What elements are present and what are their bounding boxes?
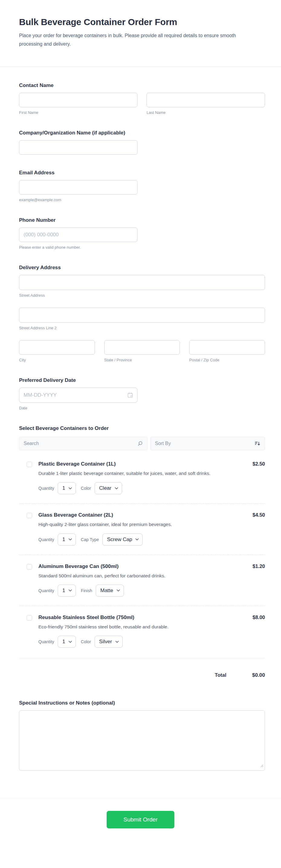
chevron-down-icon: [117, 589, 120, 592]
email-input[interactable]: [19, 180, 137, 194]
product-name: Glass Beverage Container (2L): [38, 512, 247, 518]
chevron-down-icon: [69, 538, 72, 540]
phone-input[interactable]: [19, 227, 137, 242]
product-item: Reusable Stainless Steel Bottle (750ml) …: [19, 606, 265, 657]
products-label: Select Beverage Containers to Order: [19, 425, 265, 431]
product-price: $1.20: [253, 563, 265, 569]
product-description: Durable 1-liter plastic beverage contain…: [38, 470, 212, 477]
state-input[interactable]: [104, 340, 180, 355]
state-sublabel: State / Province: [104, 358, 180, 362]
quantity-select[interactable]: 1: [58, 585, 75, 597]
chevron-down-icon: [69, 641, 72, 643]
contact-name-label: Contact Name: [19, 83, 265, 89]
zip-sublabel: Postal / Zip Code: [189, 358, 265, 362]
product-price: $2.50: [253, 461, 265, 467]
quantity-select[interactable]: 1: [58, 533, 75, 546]
product-name: Plastic Beverage Container (1L): [38, 461, 247, 467]
city-sublabel: City: [19, 358, 95, 362]
form-footer: Submit Order: [0, 798, 281, 843]
section-phone: Phone Number Please enter a valid phone …: [19, 217, 265, 250]
chevron-down-icon: [116, 641, 119, 643]
product-checkbox[interactable]: [27, 564, 32, 569]
product-description: Eco-friendly 750ml stainless steel bottl…: [38, 623, 212, 630]
zip-input[interactable]: [189, 340, 265, 355]
quantity-value: 1: [62, 536, 65, 542]
notes-textarea[interactable]: [19, 710, 265, 771]
delivery-address-label: Delivery Address: [19, 265, 265, 271]
quantity-label: Quantity: [38, 486, 54, 491]
product-name: Aluminum Beverage Can (500ml): [38, 563, 247, 569]
total-divider: [19, 658, 265, 658]
street-address2-sublabel: Street Address Line 2: [19, 326, 265, 330]
quantity-select[interactable]: 1: [58, 482, 75, 494]
first-name-input[interactable]: [19, 93, 137, 107]
email-label: Email Address: [19, 170, 265, 176]
street-address2-input[interactable]: [19, 308, 265, 323]
product-name: Reusable Stainless Steel Bottle (750ml): [38, 615, 247, 621]
product-checkbox[interactable]: [27, 513, 32, 518]
submit-order-button[interactable]: Submit Order: [107, 811, 174, 829]
product-checkbox[interactable]: [27, 615, 32, 621]
option-label: Cap Type: [81, 537, 99, 542]
product-item: Plastic Beverage Container (1L) $2.50 Du…: [19, 453, 265, 503]
option-label: Color: [81, 486, 91, 491]
delivery-date-label: Preferred Delivery Date: [19, 377, 265, 383]
form-header: Bulk Beverage Container Order Form Place…: [0, 0, 281, 67]
option-select[interactable]: Clear: [95, 482, 122, 494]
product-description: High-quality 2-liter glass container, id…: [38, 521, 212, 528]
search-icon: [137, 441, 143, 446]
product-list: Plastic Beverage Container (1L) $2.50 Du…: [19, 453, 265, 657]
first-name-sublabel: First Name: [19, 110, 137, 115]
company-input[interactable]: [19, 140, 137, 155]
product-item: Aluminum Beverage Can (500ml) $1.20 Stan…: [19, 555, 265, 606]
phone-sublabel: Please enter a valid phone number.: [19, 245, 137, 250]
form-body: Contact Name First Name Last Name Compan…: [0, 67, 281, 771]
product-description: Standard 500ml aluminum can, perfect for…: [38, 572, 212, 579]
company-label: Company/Organization Name (if applicable…: [19, 130, 265, 136]
date-sublabel: Date: [19, 406, 137, 410]
search-input[interactable]: [24, 441, 137, 446]
quantity-value: 1: [62, 639, 65, 645]
option-select[interactable]: Silver: [95, 636, 123, 648]
sort-by-label: Sort By: [155, 441, 171, 446]
page-title: Bulk Beverage Container Order Form: [19, 17, 262, 27]
section-delivery-address: Delivery Address Street Address Street A…: [19, 265, 265, 362]
product-price: $8.00: [253, 615, 265, 620]
street-address-sublabel: Street Address: [19, 293, 265, 298]
product-item: Glass Beverage Container (2L) $4.50 High…: [19, 503, 265, 554]
product-checkbox[interactable]: [27, 462, 32, 467]
option-value: Clear: [99, 485, 112, 491]
section-products: Select Beverage Containers to Order Sort…: [19, 425, 265, 678]
quantity-value: 1: [62, 588, 65, 594]
products-toolbar: Sort By: [19, 437, 265, 450]
quantity-label: Quantity: [38, 588, 54, 593]
chevron-down-icon: [69, 487, 72, 490]
email-sublabel: example@example.com: [19, 197, 137, 202]
total-row: Total $0.00: [19, 672, 265, 678]
section-contact-name: Contact Name First Name Last Name: [19, 83, 265, 115]
quantity-label: Quantity: [38, 537, 54, 542]
section-email: Email Address example@example.com: [19, 170, 265, 202]
product-search: [19, 437, 148, 450]
option-select[interactable]: Matte: [96, 585, 124, 597]
notes-label: Special Instructions or Notes (optional): [19, 700, 265, 706]
total-label: Total: [215, 672, 226, 678]
city-input[interactable]: [19, 340, 95, 355]
option-value: Matte: [100, 588, 113, 594]
quantity-select[interactable]: 1: [58, 636, 75, 648]
section-delivery-date: Preferred Delivery Date Date: [19, 377, 265, 410]
sort-by-dropdown[interactable]: Sort By: [151, 437, 265, 450]
section-notes: Special Instructions or Notes (optional): [19, 700, 265, 771]
total-value: $0.00: [249, 672, 265, 678]
section-company: Company/Organization Name (if applicable…: [19, 130, 265, 155]
street-address-input[interactable]: [19, 275, 265, 290]
option-label: Color: [81, 639, 91, 644]
last-name-sublabel: Last Name: [147, 110, 265, 115]
last-name-input[interactable]: [147, 93, 265, 107]
option-value: Screw Cap: [107, 536, 132, 542]
date-input[interactable]: [19, 388, 137, 403]
sort-icon: [254, 441, 260, 446]
option-select[interactable]: Screw Cap: [102, 533, 143, 546]
product-price: $4.50: [253, 512, 265, 518]
page-description: Place your order for beverage containers…: [19, 31, 255, 48]
